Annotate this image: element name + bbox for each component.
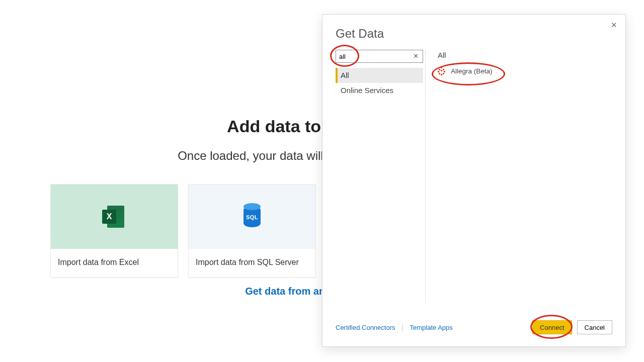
source-cards: X Import data from Excel SQL Import data… (50, 184, 316, 278)
card-import-excel[interactable]: X Import data from Excel (50, 184, 178, 278)
category-online-services[interactable]: Online Services (336, 83, 423, 98)
category-all[interactable]: All (336, 68, 423, 83)
card-icon-area: SQL (189, 185, 315, 249)
connector-column: All Allegra (Beta) (425, 50, 612, 303)
footer-separator (403, 323, 403, 331)
cancel-button[interactable]: Cancel (577, 320, 612, 334)
template-apps-link[interactable]: Template Apps (410, 324, 453, 331)
category-column: ✕ All Online Services (336, 50, 425, 303)
dialog-title: Get Data (336, 27, 384, 41)
footer-links: Certified Connectors Template Apps (336, 323, 453, 331)
clear-search-icon[interactable]: ✕ (410, 50, 421, 63)
card-import-sql[interactable]: SQL Import data from SQL Server (188, 184, 316, 278)
card-label: Import data from SQL Server (189, 249, 315, 277)
connector-label: Allegra (Beta) (451, 67, 493, 75)
card-icon-area: X (51, 185, 178, 249)
sql-icon: SQL (242, 203, 263, 230)
category-list: All Online Services (336, 68, 423, 98)
connector-heading: All (438, 51, 612, 61)
excel-icon: X (102, 205, 126, 229)
allegra-icon (438, 67, 446, 75)
get-data-dialog: ✕ Get Data ✕ All Online Services All (322, 14, 626, 347)
connect-button[interactable]: Connect (532, 320, 572, 334)
certified-connectors-link[interactable]: Certified Connectors (336, 324, 395, 331)
close-icon[interactable]: ✕ (609, 21, 618, 30)
connector-allegra[interactable]: Allegra (Beta) (438, 64, 612, 77)
dialog-footer: Certified Connectors Template Apps Conne… (336, 317, 612, 337)
card-label: Import data from Excel (51, 249, 178, 277)
